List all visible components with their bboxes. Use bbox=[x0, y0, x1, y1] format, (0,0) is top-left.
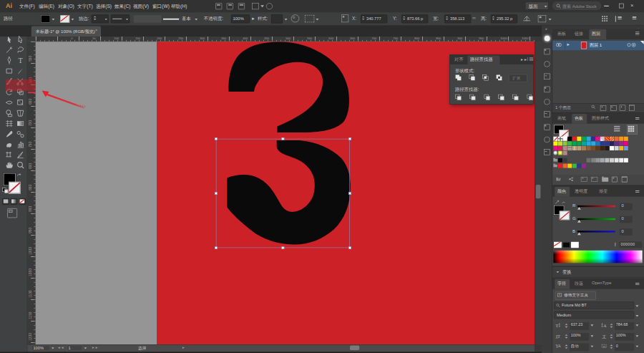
svg-text:a: a bbox=[603, 344, 605, 348]
svg-text:A: A bbox=[603, 323, 607, 327]
svg-text:V̲A: V̲A bbox=[556, 344, 561, 348]
svg-text:T: T bbox=[555, 322, 558, 327]
svg-text:T: T bbox=[559, 293, 561, 296]
svg-text:I̲T: I̲T bbox=[555, 333, 560, 338]
svg-text:T: T bbox=[602, 333, 605, 338]
